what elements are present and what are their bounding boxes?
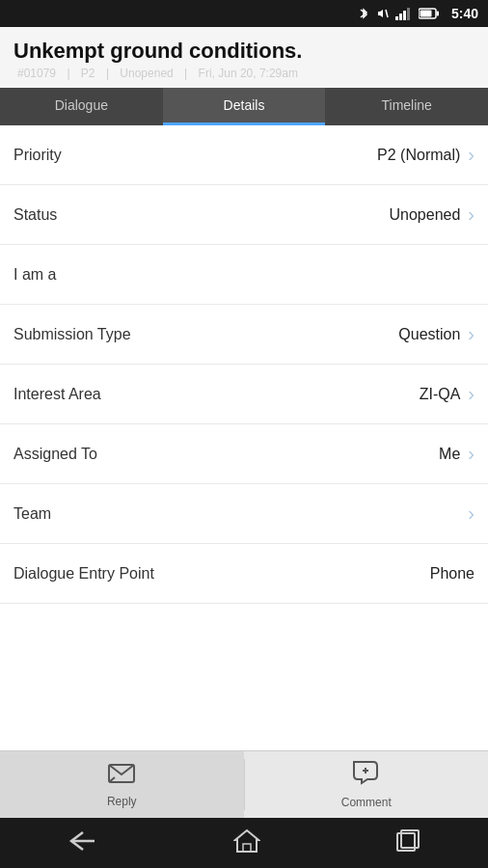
svg-rect-2 [395,16,398,20]
comment-svg [352,760,381,785]
detail-row-dialogue-entry[interactable]: Dialogue Entry Point Phone [0,544,488,604]
detail-row-assigned-to[interactable]: Assigned To Me › [0,424,488,484]
separator3: | [184,67,187,80]
separator1: | [67,67,69,80]
interest-area-label: Interest Area [14,386,101,403]
assigned-to-value: Me [439,446,460,463]
svg-marker-0 [378,10,383,17]
bottom-action-bar: Reply Comment [0,750,488,818]
submission-type-value-wrap: Question › [398,323,474,345]
svg-rect-14 [243,844,251,852]
detail-row-priority[interactable]: Priority P2 (Normal) › [0,125,488,185]
interest-area-value-wrap: ZI-QA › [420,383,474,405]
dialogue-entry-value: Phone [430,565,474,583]
status-label: Status [14,206,57,224]
status-icons: 5:40 [357,6,478,21]
priority-badge: P2 [81,67,95,80]
status-bar: 5:40 [0,0,488,27]
svg-rect-7 [436,12,439,16]
priority-value-wrap: P2 (Normal) › [377,144,474,166]
tab-dialogue[interactable]: Dialogue [0,88,163,125]
submission-type-chevron: › [468,323,474,345]
tab-timeline[interactable]: Timeline [325,88,488,125]
detail-row-team[interactable]: Team › [0,484,488,544]
svg-rect-3 [399,14,402,20]
tab-bar: Dialogue Details Timeline [0,88,488,125]
page-subtitle: #01079 | P2 | Unopened | Fri, Jun 20, 7:… [14,67,474,80]
assigned-to-value-wrap: Me › [439,443,474,465]
priority-label: Priority [14,147,62,164]
team-value-wrap: › [460,502,474,525]
nav-bar [0,818,488,868]
team-label: Team [14,505,51,523]
assigned-to-chevron: › [468,443,474,465]
svg-rect-5 [407,8,410,20]
comment-icon [352,760,381,792]
reply-label: Reply [107,795,137,808]
detail-row-submission-type[interactable]: Submission Type Question › [0,305,488,365]
assigned-to-label: Assigned To [14,446,97,463]
status-chevron: › [468,203,474,226]
status-time: 5:40 [451,6,478,21]
detail-row-i-am-a[interactable]: I am a [0,245,488,305]
team-chevron: › [468,502,474,525]
dialogue-entry-value-wrap: Phone [430,565,474,583]
separator2: | [106,67,109,80]
app-header: Unkempt ground conditions. #01079 | P2 |… [0,27,488,88]
status-value: Unopened [389,206,460,224]
signal-icon [395,7,413,20]
back-icon [68,830,98,852]
date-label: Fri, Jun 20, 7:29am [199,67,298,80]
home-button[interactable] [233,828,260,857]
i-am-a-label: I am a [14,266,56,284]
priority-chevron: › [468,144,474,166]
detail-row-interest-area[interactable]: Interest Area ZI-QA › [0,365,488,424]
svg-rect-8 [420,11,431,17]
battery-icon [419,8,440,19]
submission-type-value: Question [398,326,460,343]
reply-button[interactable]: Reply [0,751,244,818]
detail-row-status[interactable]: Status Unopened › [0,185,488,245]
reply-svg [107,761,136,784]
back-button[interactable] [68,830,98,855]
status-value-wrap: Unopened › [389,203,474,226]
mute-icon [376,7,390,20]
interest-area-value: ZI-QA [420,386,461,403]
svg-marker-13 [235,830,258,852]
comment-button[interactable]: Comment [245,751,489,818]
priority-value: P2 (Normal) [377,147,460,164]
bluetooth-icon [357,7,370,20]
status-badge: Unopened [120,67,173,80]
ticket-id: #01079 [17,67,56,80]
interest-area-chevron: › [468,383,474,405]
page-title: Unkempt ground conditions. [14,39,474,64]
svg-line-1 [386,10,388,17]
svg-rect-4 [403,11,406,20]
recents-button[interactable] [395,828,420,857]
tab-details[interactable]: Details [163,88,326,125]
home-icon [233,828,260,854]
comment-label: Comment [341,796,392,809]
dialogue-entry-label: Dialogue Entry Point [14,565,154,583]
submission-type-label: Submission Type [14,326,131,343]
reply-icon [107,761,136,791]
content-area: Priority P2 (Normal) › Status Unopened ›… [0,125,488,750]
recents-icon [395,828,420,854]
